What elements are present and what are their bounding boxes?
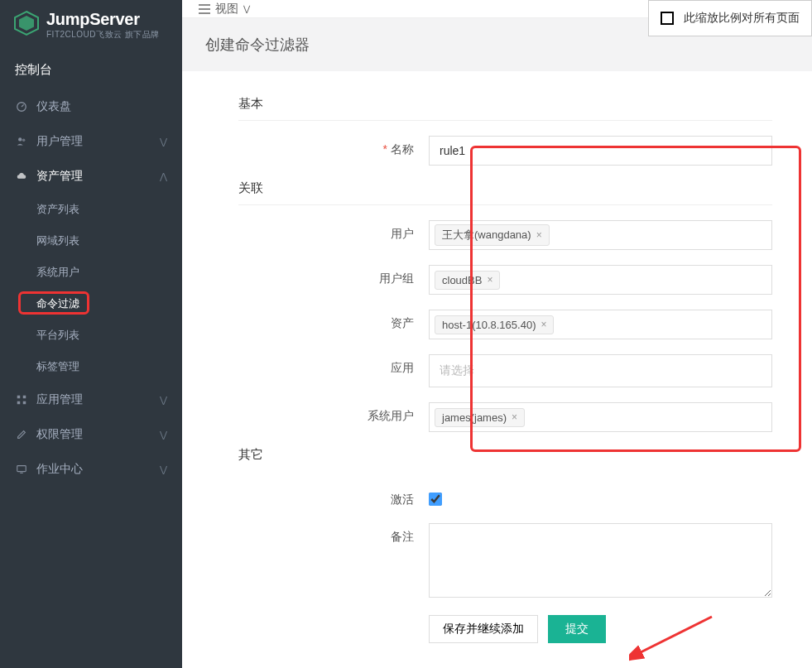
- row-name: *名称: [238, 136, 772, 166]
- sidebar-item-perms[interactable]: 权限管理 ⋁: [0, 417, 182, 452]
- sidebar-item-assets[interactable]: 资产管理 ⋀: [0, 159, 182, 194]
- sidebar-item-jobs[interactable]: 作业中心 ⋁: [0, 452, 182, 487]
- usergroup-select[interactable]: cloudBB×: [429, 265, 772, 295]
- tag-remove-icon[interactable]: ×: [512, 411, 517, 423]
- menu-icon: [199, 4, 210, 14]
- chevron-down-icon: ⋁: [160, 430, 167, 440]
- svg-marker-1: [19, 16, 34, 31]
- sidebar-item-users[interactable]: 用户管理 ⋁: [0, 124, 182, 159]
- app-placeholder: 请选择: [435, 358, 479, 383]
- tag-remove-icon[interactable]: ×: [541, 319, 546, 330]
- section-relation: 关联: [238, 180, 772, 205]
- grid-icon: [15, 393, 28, 406]
- sidebar-item-dashboard[interactable]: 仪表盘: [0, 89, 182, 124]
- row-remark: 备注: [238, 523, 772, 600]
- sidebar-item-label: 权限管理: [36, 427, 83, 442]
- submit-button[interactable]: 提交: [548, 615, 606, 643]
- sidebar: JumpServer FIT2CLOUD飞致云 旗下品牌 控制台 仪表盘 用户管…: [0, 0, 182, 668]
- label-remark: 备注: [238, 523, 429, 545]
- square-icon: [661, 12, 674, 25]
- brand-title: JumpServer: [46, 10, 160, 28]
- view-label: 视图: [215, 2, 238, 17]
- row-usergroup: 用户组 cloudBB×: [238, 265, 772, 295]
- svg-point-3: [18, 137, 22, 141]
- brand: JumpServer FIT2CLOUD飞致云 旗下品牌: [0, 0, 182, 47]
- sysuser-select[interactable]: james(james)×: [429, 402, 772, 432]
- row-app: 应用 请选择: [238, 354, 772, 387]
- svg-rect-6: [23, 396, 26, 399]
- row-asset: 资产 host-1(10.8.165.40)×: [238, 310, 772, 339]
- svg-point-4: [22, 139, 26, 142]
- svg-rect-9: [17, 466, 26, 472]
- sidebar-item-label: 仪表盘: [36, 99, 71, 114]
- svg-rect-7: [17, 401, 21, 405]
- user-tag: 王大拿(wangdana)×: [435, 224, 550, 246]
- asset-tag: host-1(10.8.165.40)×: [435, 315, 554, 334]
- button-row: 保存并继续添加 提交: [429, 615, 772, 643]
- label-app: 应用: [238, 354, 429, 376]
- submenu-asset-list[interactable]: 资产列表: [0, 194, 182, 225]
- save-continue-button[interactable]: 保存并继续添加: [429, 615, 538, 643]
- tag-remove-icon[interactable]: ×: [487, 274, 492, 286]
- chevron-up-icon: ⋀: [160, 171, 167, 182]
- label-asset: 资产: [238, 310, 429, 331]
- tag-remove-icon[interactable]: ×: [536, 229, 542, 241]
- zoom-notice: 此缩放比例对所有页面: [648, 0, 812, 36]
- chevron-down-icon: ⋁: [160, 395, 167, 406]
- submenu-system-user[interactable]: 系统用户: [0, 257, 182, 288]
- submenu-platform-list[interactable]: 平台列表: [0, 320, 182, 351]
- active-checkbox[interactable]: [429, 493, 442, 506]
- edit-icon: [15, 428, 28, 441]
- remark-textarea[interactable]: [429, 523, 772, 598]
- section-basic: 基本: [238, 96, 772, 121]
- asset-select[interactable]: host-1(10.8.165.40)×: [429, 310, 772, 339]
- form-card: 基本 *名称 关联 用户 王大拿(wangdana)× 用户组: [182, 71, 812, 668]
- main-area: 视图 ⋁ 创建命令过滤器 基本 *名称 关联 用户 王大拿(wangdana)×: [182, 0, 812, 668]
- chevron-down-icon: ⋁: [160, 137, 167, 147]
- cloud-icon: [15, 170, 28, 183]
- sidebar-item-label: 应用管理: [36, 392, 83, 407]
- label-sysuser: 系统用户: [238, 402, 429, 424]
- console-label: 控制台: [0, 47, 182, 89]
- brand-subtitle: FIT2CLOUD飞致云 旗下品牌: [46, 30, 160, 39]
- users-icon: [15, 135, 28, 148]
- user-select[interactable]: 王大拿(wangdana)×: [429, 220, 772, 250]
- row-user: 用户 王大拿(wangdana)×: [238, 220, 772, 250]
- submenu-command-filter[interactable]: 命令过滤: [0, 288, 182, 320]
- section-other: 其它: [238, 447, 772, 471]
- asset-submenu: 资产列表 网域列表 系统用户 命令过滤 平台列表 标签管理: [0, 194, 182, 382]
- sidebar-item-label: 用户管理: [36, 134, 83, 149]
- dashboard-icon: [15, 100, 28, 113]
- sidebar-item-apps[interactable]: 应用管理 ⋁: [0, 382, 182, 417]
- main-menu: 仪表盘 用户管理 ⋁ 资产管理 ⋀ 资产列表 网域列表 系统用户 命令过: [0, 89, 182, 487]
- submenu-domain-list[interactable]: 网域列表: [0, 225, 182, 257]
- label-user: 用户: [238, 220, 429, 242]
- row-sysuser: 系统用户 james(james)×: [238, 402, 772, 432]
- brand-logo-icon: [13, 10, 40, 36]
- view-toggle[interactable]: 视图 ⋁: [199, 2, 250, 17]
- chevron-down-icon: ⋁: [160, 464, 167, 475]
- usergroup-tag: cloudBB×: [435, 271, 500, 290]
- monitor-icon: [15, 463, 28, 476]
- sysuser-tag: james(james)×: [435, 408, 525, 427]
- zoom-notice-text: 此缩放比例对所有页面: [684, 11, 800, 26]
- submenu-tag-mgmt[interactable]: 标签管理: [0, 351, 182, 382]
- row-active: 激活: [238, 486, 772, 508]
- label-active: 激活: [238, 486, 429, 507]
- svg-rect-8: [23, 401, 26, 405]
- svg-rect-5: [17, 396, 21, 399]
- chevron-down-icon: ⋁: [243, 4, 250, 13]
- sidebar-item-label: 资产管理: [36, 169, 83, 184]
- sidebar-item-label: 作业中心: [36, 462, 83, 477]
- app-select[interactable]: 请选择: [429, 354, 772, 387]
- label-usergroup: 用户组: [238, 265, 429, 286]
- name-input[interactable]: [429, 136, 772, 166]
- label-name: *名称: [238, 136, 429, 157]
